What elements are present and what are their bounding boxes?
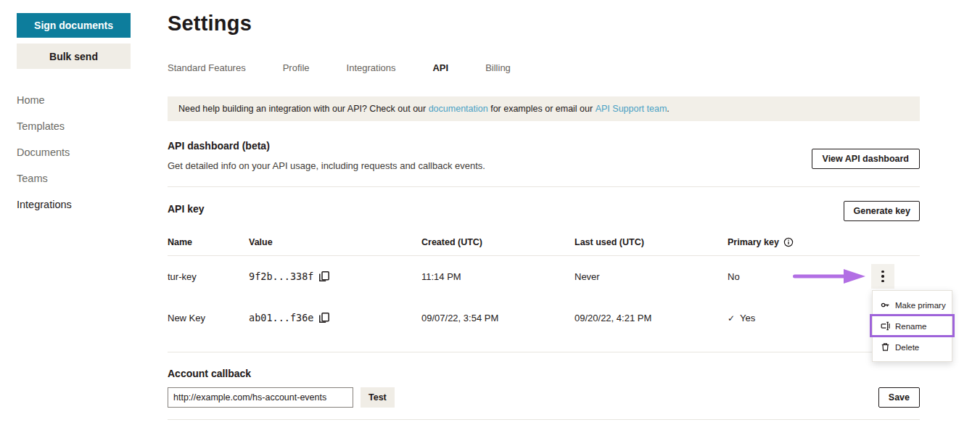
sidebar-item-home[interactable]: Home: [17, 87, 72, 113]
banner-text: Need help building an integration with o…: [178, 104, 429, 114]
tab-api[interactable]: API: [432, 62, 448, 73]
table-header-row: Name Value Created (UTC) Last used (UTC)…: [168, 237, 920, 256]
sidebar: Sign documents Bulk send Home Templates …: [0, 0, 156, 425]
banner-text: .: [667, 104, 669, 114]
api-help-banner: Need help building an integration with o…: [168, 96, 920, 121]
key-primary-text: Yes: [740, 313, 755, 323]
key-name: New Key: [168, 313, 249, 323]
tab-billing[interactable]: Billing: [485, 62, 511, 73]
kebab-dot: [881, 271, 884, 273]
column-header-primary-key: Primary key: [728, 237, 871, 247]
kebab-dot: [881, 280, 884, 283]
key-primary: ✓Yes: [728, 313, 871, 323]
trash-icon: [881, 342, 890, 352]
bulk-send-button[interactable]: Bulk send: [17, 44, 131, 69]
key-value: 9f2b...338f: [249, 271, 421, 282]
api-dashboard-heading: API dashboard (beta): [168, 140, 270, 152]
api-support-link[interactable]: API Support team: [596, 104, 667, 114]
sidebar-item-teams[interactable]: Teams: [17, 165, 72, 191]
api-key-table: Name Value Created (UTC) Last used (UTC)…: [168, 237, 920, 339]
api-dashboard-description: Get detailed info on your API usage, inc…: [168, 160, 485, 171]
column-header-name: Name: [168, 237, 249, 247]
rename-icon: [881, 321, 890, 331]
api-key-heading: API key: [168, 203, 205, 215]
account-callback-heading: Account callback: [168, 368, 251, 379]
documentation-link[interactable]: documentation: [429, 104, 488, 114]
banner-text: for examples or email our: [488, 104, 596, 114]
key-primary: No: [728, 271, 871, 282]
section-divider: [168, 186, 920, 187]
menu-item-delete[interactable]: Delete: [873, 337, 952, 358]
main-content: Settings Standard Features Profile Integ…: [168, 0, 920, 425]
menu-item-rename[interactable]: Rename: [873, 315, 952, 337]
tab-standard-features[interactable]: Standard Features: [168, 62, 246, 73]
menu-item-label: Rename: [895, 322, 926, 331]
section-divider: [168, 419, 920, 420]
tab-integrations[interactable]: Integrations: [347, 62, 396, 73]
generate-key-button[interactable]: Generate key: [844, 201, 920, 221]
test-button[interactable]: Test: [361, 387, 395, 408]
tab-profile[interactable]: Profile: [283, 62, 310, 73]
key-last-used: Never: [575, 271, 728, 282]
kebab-dot: [881, 275, 884, 278]
key-value: ab01...f36e: [249, 312, 421, 323]
sidebar-item-documents[interactable]: Documents: [17, 139, 72, 165]
key-value-text: ab01...f36e: [249, 312, 313, 323]
sidebar-item-integrations[interactable]: Integrations: [17, 191, 72, 218]
key-last-used: 09/20/22, 4:21 PM: [575, 313, 728, 323]
primary-key-label: Primary key: [728, 237, 779, 247]
sign-documents-button[interactable]: Sign documents: [17, 13, 131, 38]
key-name: tur-key: [168, 271, 249, 282]
key-created: 09/07/22, 3:54 PM: [421, 313, 575, 323]
column-header-last-used: Last used (UTC): [575, 237, 728, 247]
key-created: 11:14 PM: [421, 271, 575, 282]
sidebar-nav: Home Templates Documents Teams Integrati…: [17, 87, 72, 218]
settings-tabs: Standard Features Profile Integrations A…: [168, 62, 511, 73]
primary-key-info-icon[interactable]: [783, 237, 794, 247]
table-row: New Key ab01...f36e 09/07/22, 3:54 PM 09…: [168, 297, 920, 339]
column-header-value: Value: [249, 237, 421, 247]
column-header-created: Created (UTC): [421, 237, 575, 247]
sidebar-item-templates[interactable]: Templates: [17, 113, 72, 139]
row-actions-menu: Make primary Rename Delete: [872, 290, 952, 362]
copy-icon[interactable]: [318, 271, 330, 282]
copy-icon[interactable]: [318, 312, 330, 323]
menu-item-make-primary[interactable]: Make primary: [873, 294, 952, 315]
check-icon: ✓: [728, 313, 735, 323]
callback-url-input[interactable]: [168, 387, 353, 408]
menu-item-label: Make primary: [895, 301, 946, 310]
key-icon: [881, 300, 890, 310]
page-title: Settings: [168, 12, 252, 36]
menu-item-label: Delete: [895, 343, 919, 352]
section-divider: [168, 352, 920, 352]
view-api-dashboard-button[interactable]: View API dashboard: [812, 149, 920, 169]
save-button[interactable]: Save: [878, 387, 920, 408]
table-row: tur-key 9f2b...338f 11:14 PM Never No: [168, 256, 920, 297]
key-value-text: 9f2b...338f: [249, 271, 313, 282]
row-actions-kebab-button[interactable]: [871, 264, 894, 289]
